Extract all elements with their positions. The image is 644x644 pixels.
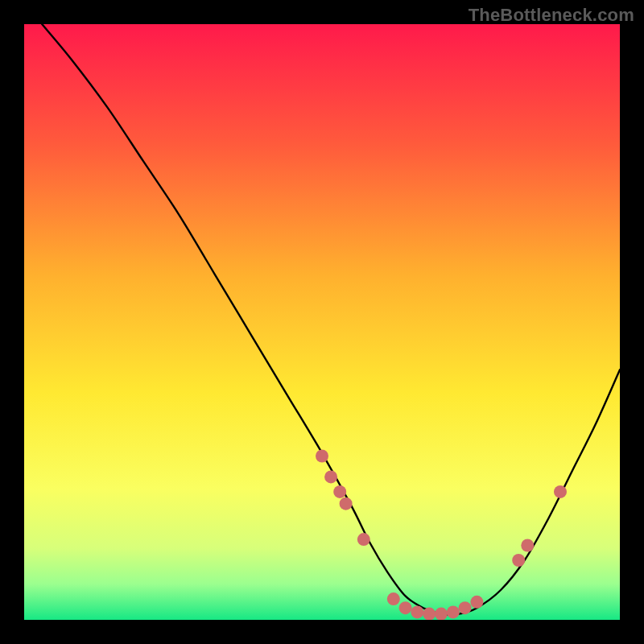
chart-container: TheBottleneck.com [0, 0, 644, 644]
plot-area [24, 24, 620, 620]
data-marker [435, 608, 448, 620]
watermark-text: TheBottleneck.com [469, 5, 634, 26]
plot-svg [24, 24, 620, 620]
data-marker [316, 450, 328, 463]
data-marker [554, 485, 567, 498]
data-marker [470, 596, 483, 609]
data-marker [324, 470, 337, 483]
data-marker [411, 605, 423, 618]
gradient-background [24, 24, 620, 620]
data-marker [399, 601, 412, 614]
data-marker [357, 533, 370, 546]
data-marker [333, 485, 346, 498]
data-marker [387, 592, 400, 605]
data-marker [459, 601, 472, 614]
data-marker [512, 554, 525, 567]
data-marker [521, 539, 534, 552]
data-marker [447, 605, 460, 618]
data-marker [423, 608, 436, 620]
data-marker [340, 497, 353, 510]
